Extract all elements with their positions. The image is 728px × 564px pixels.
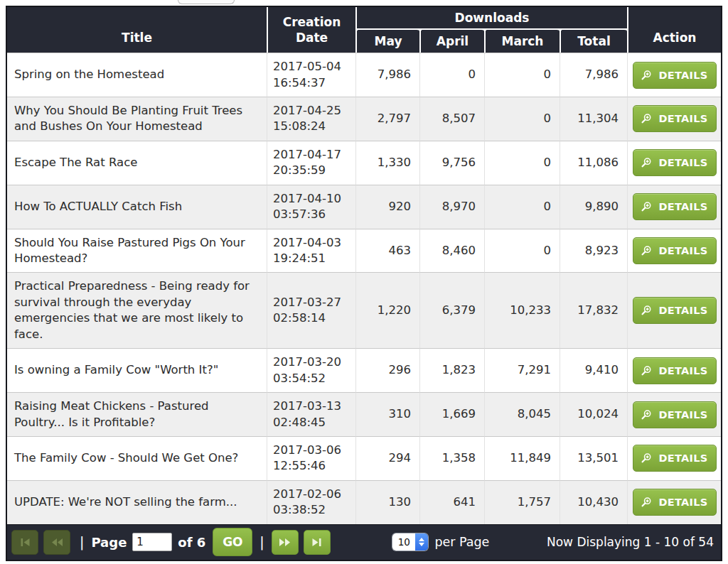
downloads-april: 8,507 xyxy=(419,97,484,141)
pager-controls: | Page of 6 GO | xyxy=(11,528,336,556)
zoom-in-icon xyxy=(641,409,652,421)
table-row: How To ACTUALLY Catch Fish 2017-04-10 03… xyxy=(7,185,721,229)
display-status: Now Displaying 1 - 10 of 54 xyxy=(547,535,714,549)
column-header-action: Action xyxy=(627,7,721,53)
first-page-button[interactable] xyxy=(11,530,38,555)
episode-creation-date: 2017-05-04 16:54:37 xyxy=(267,53,355,97)
downloads-april: 9,756 xyxy=(419,141,484,185)
downloads-total: 11,086 xyxy=(560,141,627,185)
downloads-may: 296 xyxy=(355,348,419,392)
zoom-in-icon xyxy=(641,157,652,168)
column-header-may[interactable]: May xyxy=(355,28,419,53)
table-row: Raising Meat Chickens - Pastured Poultry… xyxy=(7,392,721,436)
details-button[interactable]: DETAILS xyxy=(633,489,717,516)
details-button[interactable]: DETAILS xyxy=(633,357,717,384)
details-button-label: DETAILS xyxy=(658,157,707,168)
table-row: Escape The Rat Race 2017-04-17 20:35:59 … xyxy=(7,141,721,185)
episode-creation-date: 2017-03-20 03:54:52 xyxy=(267,348,355,392)
zoom-in-icon xyxy=(641,497,652,508)
column-header-creation-date[interactable]: Creation Date xyxy=(267,7,355,53)
downloads-may: 7,986 xyxy=(355,53,419,97)
downloads-may: 130 xyxy=(355,480,419,524)
episode-creation-date: 2017-02-06 03:38:52 xyxy=(267,480,355,524)
episode-creation-date: 2017-04-10 03:57:36 xyxy=(267,185,355,229)
downloads-march: 0 xyxy=(484,53,560,97)
next-page-icon xyxy=(279,538,291,547)
column-header-march[interactable]: March xyxy=(484,28,560,53)
downloads-march: 0 xyxy=(484,185,560,229)
details-button-label: DETAILS xyxy=(658,70,707,81)
zoom-in-icon xyxy=(641,245,652,256)
table-row: Is owning a Family Cow "Worth It?" 2017-… xyxy=(7,348,721,392)
downloads-april: 1,823 xyxy=(419,348,484,392)
episode-creation-date: 2017-03-27 02:58:14 xyxy=(267,272,355,348)
details-button-label: DETAILS xyxy=(658,452,707,464)
last-page-button[interactable] xyxy=(304,530,331,555)
table-row: Should You Raise Pastured Pigs On Your H… xyxy=(7,229,721,273)
downloads-total: 13,501 xyxy=(560,436,627,480)
zoom-in-icon xyxy=(641,452,652,464)
details-button-label: DETAILS xyxy=(658,113,707,124)
episode-title: How To ACTUALLY Catch Fish xyxy=(7,185,267,229)
go-button[interactable]: GO xyxy=(213,528,252,556)
downloads-may: 2,797 xyxy=(355,97,419,141)
separator: | xyxy=(80,534,84,550)
action-cell: DETAILS xyxy=(627,272,721,348)
cropped-element-fragment xyxy=(178,0,235,4)
downloads-april: 6,379 xyxy=(419,272,484,348)
episode-creation-date: 2017-04-03 19:24:51 xyxy=(267,229,355,273)
zoom-in-icon xyxy=(641,70,652,81)
column-header-april[interactable]: April xyxy=(419,28,484,53)
downloads-march: 8,045 xyxy=(484,392,560,436)
downloads-april: 8,970 xyxy=(419,185,484,229)
episode-creation-date: 2017-04-25 15:08:24 xyxy=(267,97,355,141)
details-button-label: DETAILS xyxy=(658,245,707,256)
details-button-label: DETAILS xyxy=(658,201,707,212)
downloads-april: 1,358 xyxy=(419,436,484,480)
column-header-title[interactable]: Title xyxy=(7,7,267,53)
downloads-april: 0 xyxy=(419,53,484,97)
downloads-total: 10,024 xyxy=(560,392,627,436)
downloads-total: 9,890 xyxy=(560,185,627,229)
action-cell: DETAILS xyxy=(627,436,721,480)
pagination-bar: | Page of 6 GO | 10 xyxy=(7,524,721,560)
table-row: The Family Cow - Should We Get One? 2017… xyxy=(7,436,721,480)
prev-page-button[interactable] xyxy=(43,530,70,555)
zoom-in-icon xyxy=(641,113,652,124)
table-row: Practical Preparedness - Being ready for… xyxy=(7,272,721,348)
downloads-march: 11,849 xyxy=(484,436,560,480)
downloads-march: 0 xyxy=(484,229,560,273)
zoom-in-icon xyxy=(641,201,652,212)
select-stepper-icon xyxy=(415,533,428,551)
details-button[interactable]: DETAILS xyxy=(633,193,717,220)
column-header-total[interactable]: Total xyxy=(560,28,627,53)
per-page-selected-value: 10 xyxy=(392,533,415,551)
downloads-total: 11,304 xyxy=(560,97,627,141)
next-page-button[interactable] xyxy=(272,530,299,555)
downloads-march: 0 xyxy=(484,97,560,141)
first-page-icon xyxy=(20,538,31,547)
details-button[interactable]: DETAILS xyxy=(633,297,717,324)
details-button[interactable]: DETAILS xyxy=(633,149,717,176)
episode-title: Raising Meat Chickens - Pastured Poultry… xyxy=(7,392,267,436)
details-button[interactable]: DETAILS xyxy=(633,105,717,132)
zoom-in-icon xyxy=(641,305,652,316)
episode-title: Should You Raise Pastured Pigs On Your H… xyxy=(7,229,267,273)
table-body: Spring on the Homestead 2017-05-04 16:54… xyxy=(7,53,721,524)
episode-creation-date: 2017-04-17 20:35:59 xyxy=(267,141,355,185)
details-button[interactable]: DETAILS xyxy=(633,401,717,428)
downloads-report-table: Title Creation Date Downloads Action May… xyxy=(6,6,722,561)
details-button[interactable]: DETAILS xyxy=(633,445,717,472)
downloads-april: 1,669 xyxy=(419,392,484,436)
downloads-may: 1,330 xyxy=(355,141,419,185)
details-button[interactable]: DETAILS xyxy=(633,62,717,89)
episode-title: Practical Preparedness - Being ready for… xyxy=(7,272,267,348)
action-cell: DETAILS xyxy=(627,480,721,524)
page-number-input[interactable] xyxy=(132,533,172,551)
per-page-select[interactable]: 10 xyxy=(392,533,428,551)
details-button[interactable]: DETAILS xyxy=(633,237,717,264)
downloads-may: 1,220 xyxy=(355,272,419,348)
per-page-label: per Page xyxy=(434,535,489,549)
action-cell: DETAILS xyxy=(627,348,721,392)
downloads-march: 7,291 xyxy=(484,348,560,392)
